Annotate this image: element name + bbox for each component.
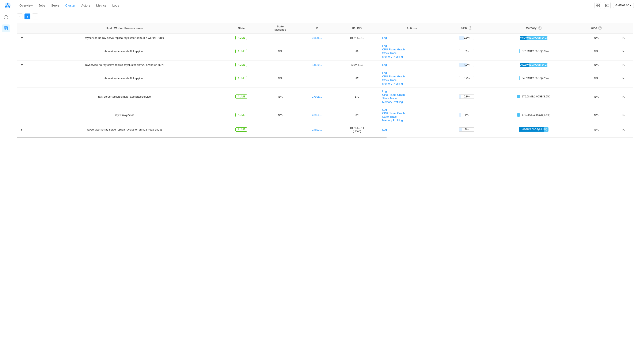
expand-button[interactable]: ▸ — [21, 128, 23, 132]
gpu-cell: N/A — [578, 60, 615, 69]
id-link[interactable]: 25545... — [312, 36, 322, 40]
id-link[interactable]: 24dc2... — [312, 128, 322, 131]
gpu-cell: N/A — [578, 124, 615, 135]
nav-overview[interactable]: Overview — [20, 4, 33, 7]
id-link[interactable]: 1a529... — [312, 63, 322, 66]
memory-cell: 1.68GB/2.00GB(84.1%) — [490, 124, 578, 135]
nav-cluster[interactable]: Cluster — [65, 4, 75, 7]
main-layout: ‹ 1 › Host / Worker Process name State S… — [0, 11, 638, 364]
next-page-btn[interactable]: › — [32, 14, 38, 20]
action-link-log[interactable]: Log — [382, 90, 441, 93]
id-cell: c005c... — [299, 106, 335, 124]
action-link-log[interactable]: Log — [382, 63, 441, 66]
actions-cell: LogCPU Flame GraphStack TraceMemory Prof… — [380, 42, 444, 60]
sidebar — [0, 11, 12, 364]
status-badge: ALIVE — [235, 94, 247, 99]
host-cell: ray::ServeReplica:simple_app:BaseService — [27, 88, 222, 106]
cpu-value: 2% — [465, 128, 468, 131]
nav-logs[interactable]: Logs — [112, 4, 119, 7]
action-link-cpu-flame-graph[interactable]: CPU Flame Graph — [382, 93, 441, 96]
prev-page-btn[interactable]: ‹ — [17, 14, 23, 20]
action-link-cpu-flame-graph[interactable]: CPU Flame Graph — [382, 112, 441, 115]
cpu-cell: 4.9% — [444, 60, 490, 69]
main-content: ‹ 1 › Host / Worker Process name State S… — [12, 11, 638, 364]
memory-cell: 700.39MB/2.00GB(34.2%) — [490, 60, 578, 69]
expand-cell: ▾ — [17, 60, 27, 69]
cpu-cell: 0.8% — [444, 88, 490, 106]
horizontal-scrollbar[interactable] — [17, 137, 633, 138]
table-row: ray::ProxyActorALIVEN/Ac005c...226LogCPU… — [17, 106, 633, 124]
id-link[interactable]: 1799a... — [312, 95, 322, 98]
action-link-cpu-flame-graph[interactable]: CPU Flame Graph — [382, 48, 441, 51]
nav-metrics[interactable]: Metrics — [96, 4, 106, 7]
action-link-memory-profiling[interactable]: Memory Profiling — [382, 82, 441, 85]
terminal-icon-btn[interactable] — [604, 2, 610, 9]
chevron-down-icon: ▾ — [630, 4, 631, 7]
nav-jobs[interactable]: Jobs — [39, 4, 45, 7]
ip-pid-cell: 98 — [334, 42, 380, 60]
actions-cell: LogCPU Flame GraphStack TraceMemory Prof… — [380, 69, 444, 88]
expand-cell — [17, 106, 27, 124]
action-link-memory-profiling[interactable]: Memory Profiling — [382, 119, 441, 122]
id-cell — [299, 42, 335, 60]
other-cell: N/ — [615, 124, 633, 135]
state-message-cell: N/A — [261, 88, 299, 106]
host-cell: rayservice-no-ray-serve-replica-rayclust… — [27, 34, 222, 42]
ip-pid-cell: 10.244.0.9 — [334, 60, 380, 69]
ip-pid-cell: 10.244.0.11 (Head) — [334, 124, 380, 135]
scrollbar-thumb — [17, 137, 387, 138]
memory-value: 700.39MB/2.00GB(34.2%) — [520, 63, 547, 66]
action-link-stack-trace[interactable]: Stack Trace — [382, 115, 441, 118]
memory-value: 178.09MB/2.00GB(8.7%) — [522, 114, 550, 116]
state-cell: ALIVE — [222, 60, 261, 69]
cpu-info-icon: ? — [469, 26, 472, 30]
action-link-memory-profiling[interactable]: Memory Profiling — [382, 100, 441, 104]
action-link-stack-trace[interactable]: Stack Trace — [382, 52, 441, 54]
actions-cell: Log — [380, 60, 444, 69]
page-1-btn[interactable]: 1 — [25, 14, 31, 20]
action-link-log[interactable]: Log — [382, 108, 441, 111]
expand-cell: ▸ — [17, 124, 27, 135]
state-cell: ALIVE — [222, 106, 261, 124]
dashboard-icon-btn[interactable] — [594, 2, 601, 9]
memory-thin-bar — [519, 49, 520, 53]
other-cell: N/ — [615, 69, 633, 88]
gpu-info-icon: ? — [598, 26, 602, 30]
expand-button[interactable]: ▾ — [21, 36, 23, 40]
col-state-message: StateMessage — [261, 23, 299, 34]
ip-pid-cell: 10.244.0.10 — [334, 34, 380, 42]
action-link-stack-trace[interactable]: Stack Trace — [382, 78, 441, 82]
sidebar-item-table[interactable] — [2, 24, 10, 32]
actions-cell: LogCPU Flame GraphStack TraceMemory Prof… — [380, 106, 444, 124]
memory-thin-bar — [517, 95, 520, 98]
table-row: /home/ray/anaconda3/bin/pythonALIVEN/A98… — [17, 42, 633, 60]
id-link[interactable]: c005c... — [312, 114, 322, 116]
timezone-selector[interactable]: GMT-08:00 ▾ — [613, 3, 634, 8]
action-link-memory-profiling[interactable]: Memory Profiling — [382, 55, 441, 58]
nav-actors[interactable]: Actors — [81, 4, 90, 7]
state-message-cell: - — [261, 34, 299, 42]
action-link-log[interactable]: Log — [382, 44, 441, 48]
sidebar-item-info[interactable] — [2, 14, 10, 21]
nav-serve[interactable]: Serve — [51, 4, 59, 7]
action-link-log[interactable]: Log — [382, 71, 441, 74]
memory-value: 1.68GB/2.00GB(84.1%) — [519, 128, 548, 131]
dashboard-icon — [596, 4, 600, 8]
action-link-log[interactable]: Log — [382, 128, 441, 131]
host-cell: ray::ProxyActor — [27, 106, 222, 124]
ip-pid-cell: 226 — [334, 106, 380, 124]
expand-cell — [17, 42, 27, 60]
action-link-cpu-flame-graph[interactable]: CPU Flame Graph — [382, 75, 441, 78]
memory-value: 494.40MB/2.00GB(24.1%) — [520, 36, 547, 39]
expand-button[interactable]: ▾ — [21, 63, 23, 67]
terminal-icon — [605, 4, 609, 8]
other-cell: N/ — [615, 42, 633, 60]
memory-value: 84.73MB/2.00GB(4.1%) — [522, 77, 548, 80]
status-badge: ALIVE — [235, 76, 247, 80]
memory-value: 176.68MB/2.00GB(8.6%) — [522, 95, 550, 98]
expand-cell: ▾ — [17, 34, 27, 42]
action-link-log[interactable]: Log — [382, 36, 441, 40]
action-link-stack-trace[interactable]: Stack Trace — [382, 97, 441, 100]
col-cpu: CPU ? — [444, 23, 490, 34]
cluster-table: Host / Worker Process name State StateMe… — [17, 23, 633, 135]
